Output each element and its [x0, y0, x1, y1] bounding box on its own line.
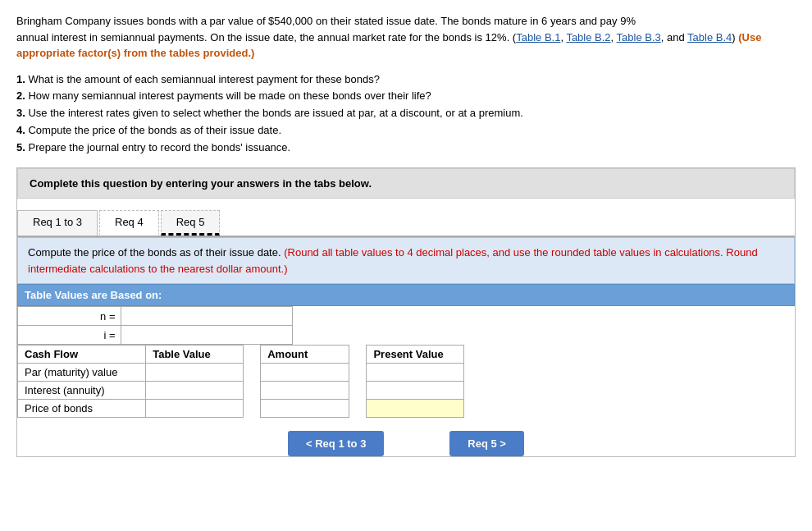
next-button[interactable]: Req 5 >	[449, 431, 524, 456]
amount-annuity-cell[interactable]	[261, 382, 349, 400]
questions-list: 1. What is the amount of each semiannual…	[16, 71, 796, 157]
intro-paragraph: Bringham Company issues bonds with a par…	[16, 13, 796, 62]
n-label: n =	[18, 307, 121, 326]
presentvalue-par-cell[interactable]	[367, 364, 464, 382]
complete-question-box: Complete this question by entering your …	[17, 168, 795, 199]
question-3: Use the interest rates given to select w…	[28, 107, 522, 119]
prev-button[interactable]: < Req 1 to 3	[288, 431, 384, 456]
n-input[interactable]	[126, 309, 287, 323]
i-input[interactable]	[126, 327, 287, 342]
table-section: Table Values are Based on: n = i =	[17, 284, 795, 418]
tabs-container: Req 1 to 3 Req 4 Req 5	[17, 210, 795, 237]
tab-req1to3[interactable]: Req 1 to 3	[17, 210, 98, 236]
cashflow-annuity-label: Interest (annuity)	[18, 382, 146, 400]
link-table-b1[interactable]: Table B.1	[516, 31, 560, 43]
question-4: Compute the price of the bonds as of the…	[28, 124, 281, 136]
tablevalue-par-input[interactable]	[146, 364, 242, 381]
amount-annuity-input[interactable]	[261, 382, 349, 399]
tab-req5[interactable]: Req 5	[161, 210, 221, 236]
tablevalue-par-cell[interactable]	[146, 364, 243, 382]
table-header: Table Values are Based on:	[17, 284, 795, 306]
question-5: Prepare the journal entry to record the …	[28, 141, 290, 153]
presentvalue-annuity-input[interactable]	[367, 382, 463, 399]
i-row: i =	[18, 326, 464, 345]
n-i-table: n = i =	[17, 306, 464, 345]
table-row: Par (maturity) value	[18, 364, 464, 382]
presentvalue-pricebonds-input[interactable]	[367, 400, 463, 417]
amount-par-cell[interactable]	[261, 364, 349, 382]
navigation-buttons: < Req 1 to 3 Req 5 >	[17, 431, 795, 456]
instruction-box: Compute the price of the bonds as of the…	[17, 237, 795, 284]
link-table-b3[interactable]: Table B.3	[617, 31, 661, 43]
link-table-b4[interactable]: Table B.4	[687, 31, 732, 43]
outer-border: Complete this question by entering your …	[16, 167, 796, 457]
complete-question-text: Complete this question by entering your …	[30, 177, 372, 190]
table-row: Interest (annuity)	[18, 382, 464, 400]
intro-text2: annual interest in semiannual payments. …	[16, 31, 516, 43]
i-input-cell[interactable]	[121, 326, 292, 345]
col-header-tablevalue: Table Value	[146, 346, 243, 364]
cashflow-pricebonds-label: Price of bonds	[18, 400, 146, 418]
question-1: What is the amount of each semiannual in…	[28, 73, 380, 85]
tablevalue-annuity-input[interactable]	[146, 382, 242, 399]
tab-req4[interactable]: Req 4	[99, 210, 159, 236]
main-table: Cash Flow Table Value Amount Present Val…	[17, 345, 464, 418]
tablevalue-annuity-cell[interactable]	[146, 382, 243, 400]
presentvalue-par-input[interactable]	[367, 364, 463, 381]
intro-text1: Bringham Company issues bonds with a par…	[16, 15, 636, 27]
amount-pricebonds-empty	[261, 400, 349, 418]
table-row: Price of bonds	[18, 400, 464, 418]
n-input-cell[interactable]	[121, 307, 292, 326]
col-header-cashflow: Cash Flow	[18, 346, 146, 364]
instruction-text: Compute the price of the bonds as of the…	[28, 246, 281, 259]
column-headers-row: Cash Flow Table Value Amount Present Val…	[18, 346, 464, 364]
cashflow-par-label: Par (maturity) value	[18, 364, 146, 382]
i-label: i =	[18, 326, 121, 345]
link-table-b2[interactable]: Table B.2	[566, 31, 610, 43]
presentvalue-annuity-cell[interactable]	[367, 382, 464, 400]
col-header-amount: Amount	[261, 346, 349, 364]
col-header-presentvalue: Present Value	[367, 346, 464, 364]
tablevalue-pricebonds-empty	[146, 400, 243, 418]
question-2: How many semiannual interest payments wi…	[28, 89, 431, 102]
presentvalue-pricebonds-cell[interactable]	[367, 400, 464, 418]
amount-par-input[interactable]	[261, 364, 349, 381]
n-row: n =	[18, 307, 464, 326]
